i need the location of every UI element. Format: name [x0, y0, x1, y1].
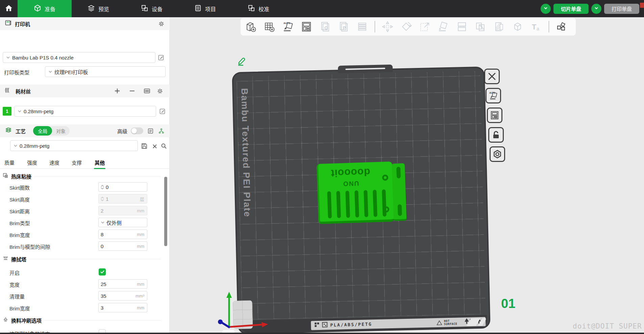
tab-preview[interactable]: 预览: [72, 0, 125, 17]
slice-dropdown-button[interactable]: [541, 4, 551, 14]
split-to-objects-icon[interactable]: O: [318, 19, 332, 34]
clear-search-icon[interactable]: [151, 143, 158, 150]
preview-icon: [88, 4, 95, 13]
axis-gizmo: [213, 289, 270, 334]
group-flush-options: 换料冲刷选项: [0, 316, 164, 324]
lay-on-face-icon[interactable]: [436, 19, 451, 34]
variable-layer-height-icon[interactable]: [355, 19, 370, 34]
scope-global[interactable]: 全局: [33, 126, 52, 136]
tab-support[interactable]: 支撑: [72, 159, 82, 166]
param-tree-icon[interactable]: [157, 127, 165, 135]
skirt-height-input: 1 层: [98, 194, 147, 204]
brim-type-select[interactable]: 仅外侧: [98, 218, 147, 227]
process-preset-value: 0.28mm-petg: [20, 143, 49, 149]
filament-preset-combo[interactable]: 0.28mm-petg: [14, 106, 156, 117]
home-icon: [5, 4, 13, 14]
plate-type-combo[interactable]: 纹理PEI打印板: [45, 66, 166, 77]
lock-plate-button[interactable]: [488, 127, 504, 143]
plate-handle: [338, 65, 393, 73]
model-object[interactable]: dooooit UNO: [317, 162, 394, 224]
brim-object-gap-input[interactable]: 0 mm: [98, 241, 147, 251]
model-vent-slot: [364, 190, 368, 217]
purge-volume-input[interactable]: 35 mm³: [98, 291, 147, 301]
filament-preset-value: 0.28mm-petg: [24, 109, 53, 114]
print-dropdown-button[interactable]: [591, 4, 601, 14]
home-button[interactable]: [0, 0, 18, 17]
auto-orient-plate-button[interactable]: AUTO: [486, 88, 501, 103]
svg-text:P: P: [343, 25, 346, 30]
tab-project[interactable]: 项目: [178, 0, 232, 17]
scale-icon[interactable]: [417, 19, 432, 34]
arrange-icon[interactable]: [299, 19, 314, 34]
param-row: Brim与模型的间隙 0 mm: [0, 241, 164, 252]
qr-code-icon: [322, 322, 327, 329]
advanced-toggle[interactable]: [131, 127, 143, 134]
assembly-view-icon[interactable]: [554, 19, 569, 34]
tab-speed[interactable]: 速度: [49, 159, 59, 166]
text-icon[interactable]: Ta: [529, 19, 544, 34]
paint-icon[interactable]: [492, 19, 506, 34]
printer-preset-combo[interactable]: Bambu Lab P1S 0.4 nozzle: [3, 52, 155, 63]
bed-adhesion-icon: [3, 173, 8, 180]
printer-icon: [5, 20, 11, 28]
sidebar-scrollbar[interactable]: [164, 177, 167, 246]
skirt-loops-input[interactable]: 0: [98, 182, 147, 192]
prime-tower-width-input[interactable]: 25 mm: [98, 279, 147, 289]
chevron-down-icon: [101, 220, 105, 225]
toolbar-separator: [375, 21, 375, 32]
flush-options-icon: [3, 317, 8, 324]
brim-width-input[interactable]: 8 mm: [98, 230, 147, 239]
scope-object[interactable]: 对象: [52, 127, 70, 134]
mirror-icon[interactable]: [454, 19, 469, 34]
move-icon[interactable]: [380, 19, 395, 34]
tab-label: 设备: [152, 5, 163, 13]
printer-settings-gear-icon[interactable]: [157, 20, 165, 27]
spinner-icon[interactable]: [101, 185, 104, 189]
toolbar-separator: [549, 21, 549, 32]
plate-type-value: 纹理PEI打印板: [54, 68, 88, 75]
add-plate-icon[interactable]: [262, 19, 277, 34]
edit-plate-name-icon[interactable]: [236, 56, 246, 68]
remove-filament-icon[interactable]: [128, 87, 136, 95]
process-icon: [5, 127, 12, 135]
window-bottom-edge: [0, 333, 644, 334]
tab-strength[interactable]: 强度: [27, 159, 37, 166]
viewport-3d[interactable]: AUTO O P: [170, 17, 644, 334]
param-list-icon[interactable]: [147, 127, 154, 135]
prime-tower-brim-width-input[interactable]: 3 mm: [98, 303, 147, 312]
watermark-text: doit@DOIT SUPER: [573, 322, 642, 330]
rotate-icon[interactable]: [399, 19, 414, 34]
prime-tower-enable-checkbox[interactable]: [99, 268, 106, 276]
tab-label: 准备: [45, 5, 55, 13]
delete-plate-button[interactable]: [484, 69, 500, 84]
tab-quality[interactable]: 质量: [4, 159, 15, 166]
tab-label: 预览: [98, 5, 109, 13]
ams-sync-icon[interactable]: [143, 87, 151, 95]
plate-number[interactable]: 01: [501, 296, 515, 311]
add-model-icon[interactable]: [243, 19, 258, 34]
tab-device[interactable]: 设备: [125, 0, 178, 17]
arrange-plate-button[interactable]: [487, 108, 502, 123]
printer-edit-icon[interactable]: [157, 54, 165, 61]
tab-prepare[interactable]: 准备: [18, 0, 72, 17]
filament-edit-icon[interactable]: [159, 108, 166, 115]
split-to-parts-icon[interactable]: P: [336, 19, 351, 34]
tab-label: 校准: [258, 5, 269, 13]
tab-calibration[interactable]: 校准: [232, 0, 285, 17]
model-flange[interactable]: [392, 163, 407, 221]
mesh-boolean-icon[interactable]: [510, 19, 525, 34]
cut-icon[interactable]: [473, 19, 488, 34]
build-plate[interactable]: Bambu Textured PEI Plate dooooit UNO: [232, 67, 490, 334]
search-icon[interactable]: [160, 142, 168, 150]
add-filament-icon[interactable]: [114, 87, 121, 95]
notification-badge: [640, 3, 644, 8]
save-preset-icon[interactable]: [141, 142, 148, 150]
print-plate-button[interactable]: 打印单盘: [604, 4, 639, 14]
filament-settings-gear-icon[interactable]: [156, 87, 164, 95]
tab-others[interactable]: 其他: [95, 159, 105, 166]
plate-settings-button[interactable]: [490, 146, 505, 162]
process-preset-search-combo[interactable]: 0.28mm-petg: [10, 140, 138, 151]
auto-orient-icon[interactable]: AUTO: [280, 19, 295, 34]
scope-toggle[interactable]: 全局 对象: [33, 126, 70, 136]
slice-plate-button[interactable]: 切片单盘: [553, 4, 589, 14]
